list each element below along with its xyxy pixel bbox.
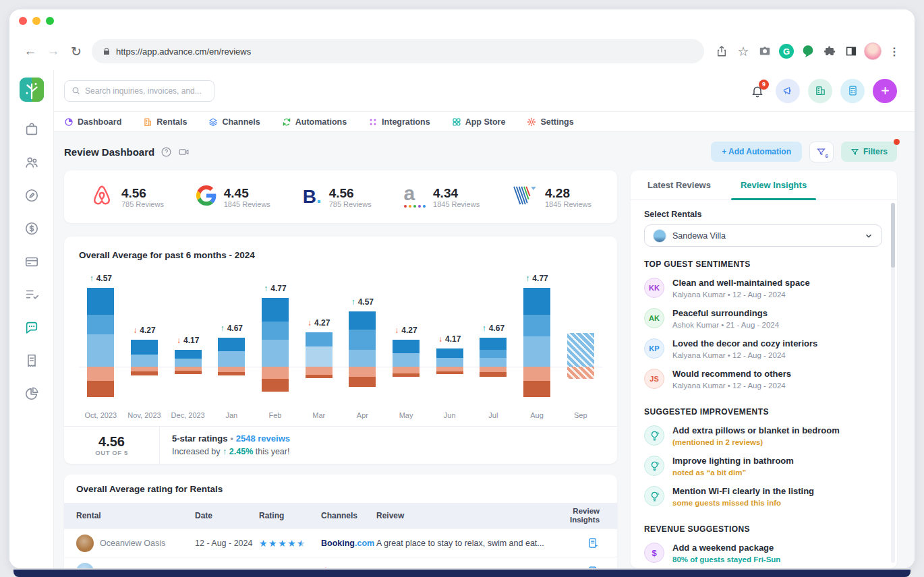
- table-row[interactable]: Oceanview Oasis12 - Aug - 2024★★★★★★Book…: [64, 528, 617, 557]
- plus-icon[interactable]: [873, 79, 897, 103]
- invoices-icon[interactable]: [24, 353, 39, 368]
- chart-bar-jul[interactable]: ↑4.67: [471, 266, 515, 406]
- review-insights-button[interactable]: [570, 537, 605, 549]
- sentiment-item[interactable]: KPLoved the decor and cozy interiorsKaly…: [644, 334, 882, 364]
- bar-segments-above: [175, 350, 202, 367]
- platform-rating-booking: B.4.56785 Reviews: [303, 186, 372, 208]
- lock-icon: [103, 47, 111, 55]
- bar-segment: [523, 367, 550, 381]
- chart-bar-mar[interactable]: ↓4.27: [297, 266, 341, 406]
- tab-review-insights[interactable]: Review Insights: [726, 171, 821, 200]
- x-axis-label: Jul: [471, 411, 515, 419]
- star-icon: ★: [268, 538, 278, 549]
- sentiment-item[interactable]: JSWould recommend to othersKalyana Kumar…: [644, 364, 882, 394]
- add-automation-button[interactable]: + Add Automation: [711, 142, 802, 162]
- extensions-puzzle-icon[interactable]: [819, 40, 840, 62]
- sidebar-toggle-icon[interactable]: [840, 40, 862, 62]
- video-tutorial-icon[interactable]: [178, 146, 190, 158]
- sentiment-item[interactable]: AKPeaceful surroundingsAshok Kumar • 21 …: [644, 303, 882, 334]
- campaign-icon[interactable]: [776, 79, 800, 103]
- bar-value: 4.57: [96, 274, 112, 283]
- wallet-icon[interactable]: [24, 254, 39, 269]
- chart-bar-jun[interactable]: ↓4.17: [428, 266, 471, 406]
- help-icon[interactable]: [161, 146, 172, 158]
- platform-rating-google: 4.451845 Reviews: [196, 185, 270, 208]
- column-header: Date: [195, 511, 259, 520]
- bookings-icon[interactable]: [24, 122, 39, 137]
- x-axis-label: Jan: [210, 411, 254, 419]
- reports-icon[interactable]: [24, 386, 39, 401]
- chart-bar-aug[interactable]: ↑4.77: [515, 266, 559, 406]
- close-window-button[interactable]: [19, 17, 27, 25]
- share-icon[interactable]: [711, 40, 732, 62]
- sentiment-title: Peaceful surroundings: [672, 308, 779, 319]
- bar-value: 4.57: [358, 297, 374, 307]
- panel-scrollbar-thumb[interactable]: [891, 203, 895, 268]
- nav-item-integrations[interactable]: Integrations: [368, 117, 430, 127]
- improvement-note: some guests missed this info: [672, 499, 814, 507]
- bookmark-star-icon[interactable]: ☆: [732, 40, 754, 62]
- chart-bar-oct-2023[interactable]: ↑4.57: [79, 266, 123, 406]
- guests-icon[interactable]: [24, 155, 39, 170]
- filters-button[interactable]: Filters: [841, 142, 897, 162]
- chart-bar-feb[interactable]: ↑4.77: [254, 266, 297, 406]
- sentiment-item[interactable]: KKClean and well-maintained spaceKalyana…: [644, 273, 882, 303]
- sentiment-title: Would recommend to others: [672, 369, 791, 379]
- address-bar[interactable]: https://app.advance.cm/en/reviews: [92, 39, 704, 63]
- reviews-count-link[interactable]: 2548 reveiws: [236, 433, 290, 444]
- improvement-item[interactable]: Mention Wi-Fi clearly in the listingsome…: [644, 481, 882, 512]
- agoda-logo: a: [404, 186, 426, 208]
- bar-value-label: ↑4.57: [90, 274, 112, 283]
- table-row[interactable]: Mountain Lake Retreat21 - Aug - 2024★★★★…: [64, 557, 617, 568]
- reviews-chat-icon[interactable]: [24, 320, 39, 335]
- minimize-window-button[interactable]: [32, 17, 40, 25]
- browser-profile-avatar[interactable]: [862, 40, 884, 62]
- grammarly-extension-icon[interactable]: G: [776, 40, 797, 62]
- compose-icon[interactable]: [24, 188, 39, 203]
- filter-preset-button[interactable]: 6: [809, 142, 834, 162]
- nav-item-rentals[interactable]: Rentals: [143, 117, 187, 127]
- global-search-input[interactable]: Search inquiries, invoices, and...: [64, 80, 214, 102]
- airbnb-logo: [90, 183, 114, 210]
- chart-bar-nov-2023[interactable]: ↓4.27: [123, 266, 167, 406]
- improvement-item[interactable]: Improve lighting in bathroomnoted as “a …: [644, 451, 882, 481]
- nav-item-channels[interactable]: Channels: [208, 117, 260, 127]
- revenue-item[interactable]: $Add a weekend package80% of guests stay…: [644, 538, 882, 568]
- notifications-bell-icon[interactable]: 9: [747, 81, 768, 101]
- rental-select-dropdown[interactable]: Sandewa Villa: [644, 224, 882, 247]
- review-insights-button[interactable]: [570, 566, 605, 569]
- reload-button[interactable]: ↻: [65, 40, 88, 63]
- tasks-icon[interactable]: [24, 287, 39, 302]
- chart-bar-apr[interactable]: ↑4.57: [341, 266, 384, 406]
- select-rentals-label: Select Rentals: [644, 210, 882, 219]
- x-axis-label: May: [384, 411, 428, 419]
- chart-bar-jan[interactable]: ↑4.67: [210, 266, 254, 406]
- nav-item-dashboard[interactable]: Dashboard: [64, 117, 121, 127]
- improvement-title: Improve lighting in bathroom: [672, 456, 794, 466]
- property-icon[interactable]: [808, 79, 832, 103]
- chart-bar-dec-2023[interactable]: ↓4.17: [166, 266, 210, 406]
- tab-latest-reviews[interactable]: Latest Reviews: [632, 171, 726, 200]
- bar-segment: [436, 371, 463, 374]
- bar-value: 4.77: [532, 274, 548, 283]
- column-header: Channels: [321, 511, 376, 520]
- chart-bar-sep[interactable]: [558, 266, 602, 406]
- sentiment-meta: Kalyana Kumar • 12 - Aug - 2024: [672, 351, 817, 359]
- forward-button[interactable]: →: [42, 40, 65, 63]
- nav-item-automations[interactable]: Automations: [282, 117, 347, 127]
- trend-up-icon: ↑: [90, 274, 94, 283]
- app-logo[interactable]: [20, 78, 44, 102]
- nav-item-settings[interactable]: Settings: [527, 117, 573, 127]
- improvement-item[interactable]: Add extra pillows or blanket in bedroom(…: [644, 421, 882, 451]
- maximize-window-button[interactable]: [46, 17, 54, 25]
- chat-bubble-extension-icon[interactable]: [797, 40, 819, 62]
- camera-extension-icon[interactable]: [754, 40, 776, 62]
- browser-menu-icon[interactable]: ⋮: [884, 40, 905, 62]
- chart-bar-may[interactable]: ↓4.27: [384, 266, 428, 406]
- payments-icon[interactable]: [24, 221, 39, 236]
- back-button[interactable]: ←: [19, 40, 42, 63]
- nav-item-app-store[interactable]: App Store: [452, 117, 506, 127]
- bar-segment: [175, 371, 202, 374]
- calculator-icon[interactable]: [840, 79, 865, 103]
- half-star-icon: ★★: [297, 538, 306, 549]
